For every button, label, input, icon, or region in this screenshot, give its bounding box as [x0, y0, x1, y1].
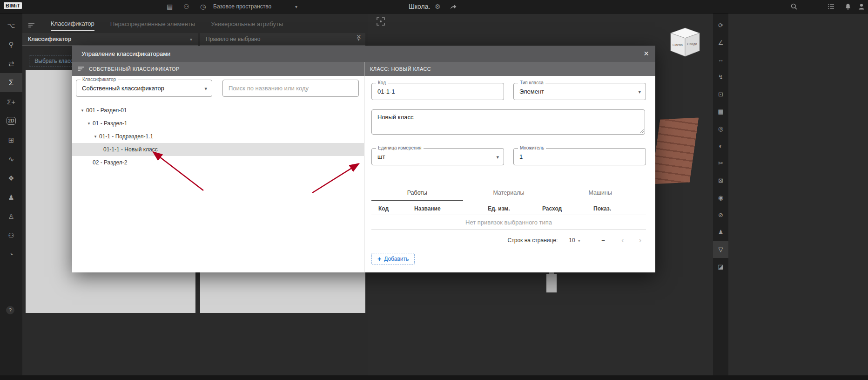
chevron-down-icon: ▾	[204, 85, 207, 91]
space-selector[interactable]: Базовое пространство	[213, 0, 271, 13]
clip-box-icon[interactable]: ⊠	[713, 172, 728, 189]
right-toolbar: ⟳ ∠ ↔ ↯ ⊡ ▦ ◎ ◐ ✂ ⊠ ◉ ⊘ ♟ ▽ ◪	[713, 13, 728, 375]
left-toolbar: ⌥ ⚲ ⇄ Σ Σ+ 2D ⊞ ∿ ❖ ♟ ♙ ⚇ ◔ ?	[0, 13, 22, 375]
people-icon[interactable]: ⚇	[0, 226, 22, 245]
rows-per-page-label: Строк на странице:	[508, 237, 558, 244]
unit-value: шт	[372, 149, 504, 165]
org-chart-icon[interactable]: ⊞	[0, 130, 22, 149]
tree-expand-icon[interactable]: ▾	[85, 121, 93, 126]
space-selector-chevron-icon[interactable]: ▾	[295, 0, 297, 13]
model-structure-icon[interactable]: ⌥	[0, 16, 22, 35]
add-binding-button[interactable]: + Добавить	[371, 253, 415, 265]
collaboration-icon[interactable]: ⚇	[183, 0, 189, 13]
plus-icon: +	[377, 255, 381, 263]
tab-materials[interactable]: Материалы	[463, 187, 555, 201]
sum-classifier-icon[interactable]: Σ	[0, 73, 22, 92]
help-button[interactable]: ?	[6, 306, 14, 314]
top-bar: BIMiT ▤ ⚇ ◷ Базовое пространство ▾ Школа…	[0, 0, 868, 14]
plugins-icon[interactable]: ❖	[0, 169, 22, 188]
tree-item-razdel-01[interactable]: ▾ 001 - Раздел-01	[72, 104, 364, 117]
empty-table-message: Нет привязок выбранного типа	[371, 215, 646, 230]
hide-eye-icon[interactable]: ⊘	[713, 206, 728, 224]
share-icon[interactable]	[450, 0, 457, 13]
column-header-unit: Ед. изм.	[481, 203, 535, 215]
user-avatar-icon[interactable]	[858, 0, 865, 13]
class-name-textarea[interactable]: Новый класс	[371, 109, 645, 135]
code-field[interactable]: Код 01-1-1	[371, 83, 504, 100]
tree-item-label: 01-1 - Подраздел-1.1	[99, 133, 153, 140]
tab-classifier[interactable]: Классификатор	[51, 20, 94, 31]
3d-model-brick-fragment	[651, 112, 699, 190]
filter-icon[interactable]: ▽	[713, 241, 728, 258]
rule-filter-dropdown[interactable]: Правило не выбрано ▾	[200, 33, 365, 46]
account-sync-icon[interactable]: ◷	[200, 0, 206, 13]
next-page-icon[interactable]: ›	[639, 237, 641, 244]
cube-view-icon[interactable]: ⊡	[713, 86, 728, 103]
navigation-cube[interactable]: Слева Сзади	[668, 27, 702, 60]
panel-close-icon[interactable]: ×	[356, 34, 361, 40]
application-window: BIMiT ▤ ⚇ ◷ Базовое пространство ▾ Школа…	[0, 0, 868, 380]
show-eye-icon[interactable]: ◉	[713, 189, 728, 206]
rows-per-page-select[interactable]: 10 ▾	[569, 237, 580, 244]
tab-machines[interactable]: Машины	[554, 187, 646, 201]
chevron-down-icon: ▾	[190, 37, 192, 42]
unit-select[interactable]: Единица измерения шт ▾	[371, 148, 504, 165]
toolbox-icon[interactable]: ▤	[167, 0, 173, 13]
previous-page-icon[interactable]: ‹	[621, 237, 624, 244]
walkthrough-icon[interactable]: ♟	[713, 224, 728, 241]
tree-item-novyy-klass-selected[interactable]: 01-1-1 - Новый класс	[72, 143, 364, 156]
3d-model-pillar	[546, 274, 557, 292]
code-field-value: 01-1-1	[372, 83, 504, 100]
chevron-down-icon: ▾	[578, 238, 580, 243]
tab-unassigned-elements[interactable]: Нераспределённые элементы	[110, 20, 195, 30]
links-icon[interactable]: ⇄	[0, 54, 22, 73]
focus-target-icon[interactable]: ◎	[713, 120, 728, 137]
section-cut-icon[interactable]: ✂	[713, 155, 728, 172]
tree-item-label: 001 - Раздел-01	[86, 107, 127, 114]
dialog-close-icon[interactable]: ×	[644, 49, 649, 58]
task-list-icon[interactable]	[828, 0, 835, 13]
multiplier-field[interactable]: Множитель 1	[513, 148, 646, 165]
section-box-icon[interactable]: ◪	[713, 258, 728, 275]
dimension-icon[interactable]: ↔	[713, 51, 728, 68]
line-chart-icon[interactable]: ∿	[0, 149, 22, 169]
tree-item-razdel-1[interactable]: ▾ 01 - Раздел-1	[72, 117, 364, 130]
sum-add-icon[interactable]: Σ+	[0, 92, 22, 111]
orbit-icon[interactable]: ⟳	[713, 17, 728, 34]
classifier-select[interactable]: Классификатор Собственный классификатор …	[76, 80, 212, 97]
grid-icon[interactable]: ▦	[713, 103, 728, 120]
person-icon[interactable]: ♟	[0, 188, 22, 207]
space-selector-label: Базовое пространство	[213, 3, 271, 10]
view-2d-icon[interactable]: 2D	[0, 111, 22, 130]
tree-expand-icon[interactable]: ▾	[92, 134, 99, 139]
page-range-text: –	[602, 237, 605, 244]
tree-expand-icon[interactable]: ▾	[79, 108, 86, 113]
pin-icon[interactable]: ⚲	[0, 35, 22, 54]
sort-menu-icon[interactable]	[28, 22, 35, 28]
project-title: Школа.	[409, 0, 430, 13]
dialog-title-bar: Управление классификаторами ×	[72, 46, 655, 62]
globe-icon[interactable]: ◐	[713, 137, 728, 155]
dialog-left-pane: СОБСТВЕННЫЙ КЛАССИФИКАТОР Классификатор …	[72, 62, 364, 272]
notifications-bell-icon[interactable]	[844, 0, 852, 13]
right-empty-area	[728, 13, 868, 375]
search-icon[interactable]	[790, 0, 798, 13]
add-binding-label: Добавить	[384, 256, 409, 262]
sort-menu-icon[interactable]	[78, 66, 85, 72]
classifier-filter-dropdown[interactable]: Классификатор ▾	[22, 33, 198, 46]
tree-item-podrazdel-1-1[interactable]: ▾ 01-1 - Подраздел-1.1	[72, 130, 364, 143]
classifier-search-input[interactable]	[222, 80, 359, 97]
lightning-icon[interactable]: ↯	[713, 68, 728, 86]
person-export-icon[interactable]: ♙	[0, 207, 22, 226]
tree-item-razdel-2[interactable]: 02 - Раздел-2	[72, 156, 364, 169]
pagination-bar: Строк на странице: 10 ▾ – ‹ ›	[371, 233, 646, 247]
viewport-target-icon[interactable]	[376, 17, 385, 26]
tab-works[interactable]: Работы	[371, 187, 463, 201]
class-type-select[interactable]: Тип класса Элемент ▾	[513, 83, 646, 100]
chevron-down-icon: ▾	[638, 88, 641, 95]
app-logo: BIMiT	[4, 2, 22, 9]
settings-gear-icon[interactable]: ⚙	[435, 0, 441, 13]
ruler-icon[interactable]: ∠	[713, 34, 728, 51]
gauge-icon[interactable]: ◔	[0, 245, 22, 264]
tab-universal-attributes[interactable]: Универсальные атрибуты	[211, 20, 283, 30]
